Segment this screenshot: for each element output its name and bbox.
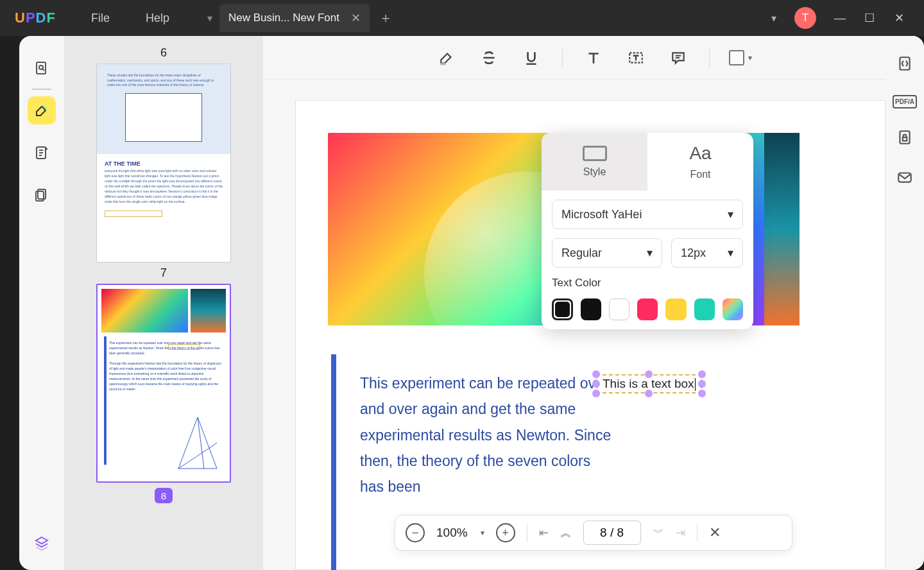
resize-handle[interactable] <box>592 370 600 378</box>
document-tab[interactable]: New Busin... New Font ✕ <box>219 4 370 32</box>
convert-icon[interactable] <box>896 55 913 74</box>
font-popover: Style Aa Font Microsoft YaHei▾ Regular▾ … <box>542 133 753 329</box>
thumbnail-panel: 6 These studies laid the foundation for … <box>64 36 263 570</box>
zoom-in-button[interactable]: + <box>496 523 515 542</box>
textbox-annotation[interactable]: This is a text box <box>596 374 702 393</box>
thumb-label-7: 7 <box>160 266 167 280</box>
swatch-pink[interactable] <box>637 298 658 320</box>
page-field[interactable]: 8 / 8 <box>583 521 641 545</box>
maximize-button[interactable]: ☐ <box>864 11 875 25</box>
shape-color-picker[interactable]: ▾ <box>729 46 752 69</box>
svg-rect-0 <box>37 62 46 74</box>
new-tab-button[interactable]: ＋ <box>370 8 402 28</box>
resize-handle[interactable] <box>698 380 706 388</box>
highlighter-tool-icon[interactable] <box>28 96 56 125</box>
tab-list-dropdown[interactable]: ▾ <box>200 0 219 36</box>
menu-help[interactable]: Help <box>146 12 169 25</box>
left-sidebar <box>19 36 64 570</box>
resize-handle[interactable] <box>698 370 706 378</box>
font-weight-select[interactable]: Regular▾ <box>552 238 662 268</box>
close-bar-icon[interactable]: ✕ <box>709 524 721 541</box>
thumbnail-page-7[interactable]: This experiment can be repeated over and… <box>96 284 231 483</box>
prev-page-icon[interactable]: ︽ <box>560 525 572 540</box>
resize-handle[interactable] <box>698 390 706 397</box>
swatch-black[interactable] <box>552 298 573 320</box>
form-tool-icon[interactable] <box>28 139 56 167</box>
text-color-label: Text Color <box>552 277 743 289</box>
svg-rect-8 <box>903 137 907 141</box>
thumb-badge-8: 8 <box>155 488 173 503</box>
textbox-content[interactable]: This is a text box <box>603 377 694 390</box>
protect-icon[interactable] <box>896 129 913 148</box>
hero-image-2 <box>764 133 800 325</box>
pdfa-icon[interactable]: PDF/A <box>893 95 917 108</box>
chevron-down-icon[interactable]: ▾ <box>771 12 776 24</box>
divider <box>32 89 51 90</box>
page-canvas[interactable]: This experiment can be repeated over and… <box>295 100 886 570</box>
layers-icon[interactable] <box>28 529 56 557</box>
quote-bar <box>331 354 336 570</box>
swatch-teal[interactable] <box>694 298 715 320</box>
aa-icon: Aa <box>689 143 711 164</box>
pages-tool-icon[interactable] <box>28 181 56 209</box>
app-logo: UPDF <box>0 10 71 26</box>
strikethrough-icon[interactable] <box>477 46 501 69</box>
last-page-icon[interactable]: ⇥ <box>676 526 685 540</box>
comment-icon[interactable] <box>667 46 690 69</box>
menu-file[interactable]: File <box>91 12 110 25</box>
font-size-select[interactable]: 12px▾ <box>671 238 743 268</box>
style-tab[interactable]: Style <box>542 133 647 191</box>
user-avatar[interactable]: T <box>794 7 816 29</box>
font-tab[interactable]: Aa Font <box>647 133 753 191</box>
underline-icon[interactable] <box>520 46 543 69</box>
zoom-dropdown-icon[interactable]: ▾ <box>481 528 484 537</box>
annotation-toolbar: ▾ <box>263 36 924 80</box>
mail-icon[interactable] <box>896 169 913 188</box>
svg-rect-9 <box>898 173 911 182</box>
view-controls-bar: − 100% ▾ + ⇤ ︽ 8 / 8 ︾ ⇥ ✕ <box>395 515 792 551</box>
next-page-icon[interactable]: ︾ <box>653 525 664 540</box>
document-area: ▾ This experiment can be repeated over a… <box>263 36 924 570</box>
zoom-out-button[interactable]: − <box>406 523 425 542</box>
font-family-select[interactable]: Microsoft YaHei▾ <box>552 200 743 229</box>
highlighter-icon[interactable] <box>435 46 458 69</box>
zoom-level[interactable]: 100% <box>436 526 468 540</box>
right-rail: PDF/A <box>886 36 924 570</box>
swatch-gradient[interactable] <box>723 298 743 320</box>
swatch-white[interactable] <box>609 298 629 320</box>
textbox-icon[interactable] <box>624 46 647 69</box>
thumb-label-6: 6 <box>160 46 167 60</box>
minimize-button[interactable]: ― <box>834 12 846 25</box>
swatch-dark[interactable] <box>581 298 601 320</box>
resize-handle[interactable] <box>592 390 600 397</box>
resize-handle[interactable] <box>592 380 600 388</box>
color-swatches <box>552 298 743 320</box>
rectangle-icon <box>583 146 607 161</box>
resize-handle[interactable] <box>645 390 653 397</box>
title-bar: UPDF File Help ▾ New Busin... New Font ✕… <box>0 0 924 36</box>
tab-close-icon[interactable]: ✕ <box>351 11 361 25</box>
close-window-button[interactable]: ✕ <box>893 11 905 25</box>
swatch-yellow[interactable] <box>665 298 686 320</box>
tab-title: New Busin... New Font <box>228 12 339 24</box>
body-paragraph: This experiment can be repeated over and… <box>360 370 617 499</box>
thumbnail-page-6[interactable]: These studies laid the foundation for th… <box>96 64 231 263</box>
search-icon[interactable] <box>28 54 56 82</box>
text-icon[interactable] <box>582 46 605 69</box>
first-page-icon[interactable]: ⇤ <box>539 526 549 540</box>
